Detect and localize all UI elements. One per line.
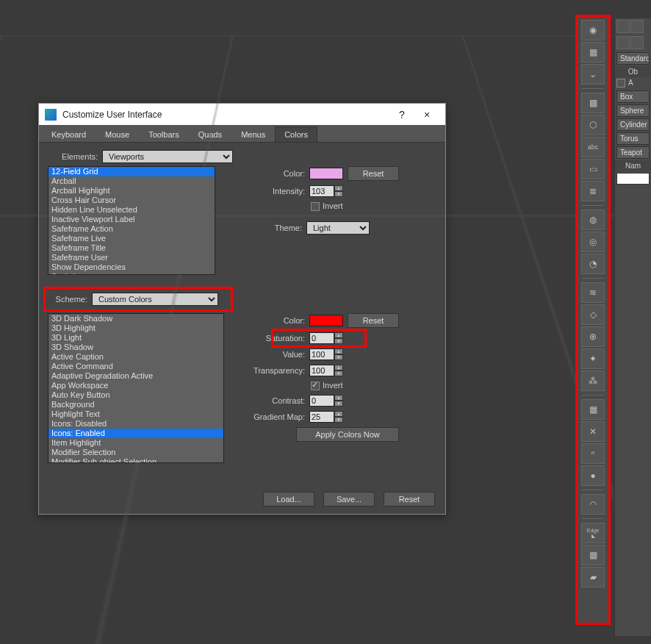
particles-icon[interactable]: ⁂ (581, 371, 605, 391)
primitive-box-button[interactable]: Box (616, 90, 650, 103)
theme-dropdown[interactable]: Light (306, 221, 370, 235)
list-item[interactable]: 3D Light (48, 333, 223, 343)
tab-quads[interactable]: Quads (189, 126, 231, 142)
tab-strip: KeyboardMouseToolbarsQuadsMenusColors (39, 125, 445, 143)
caption-icon[interactable]: ▭ (581, 159, 605, 179)
reset-color2-button[interactable]: Reset (348, 313, 399, 328)
list-item[interactable]: Icons: Disabled (48, 419, 223, 429)
save-button[interactable]: Save... (323, 492, 375, 507)
tab-toolbars[interactable]: Toolbars (139, 126, 189, 142)
list-item[interactable]: Arcball Highlight (48, 186, 215, 196)
standard-primitives-dropdown[interactable]: Standard Pr (616, 52, 650, 65)
list-item[interactable]: 3D Shadow (48, 343, 223, 352)
list-item[interactable]: Auto Key Button (48, 390, 223, 400)
light-pair-icon[interactable]: ◎ (581, 232, 605, 252)
primitive-cylinder-button[interactable]: Cylinder (616, 118, 650, 131)
list-item[interactable]: 3D Dark Shadow (48, 314, 223, 323)
list-item[interactable]: Statistics (48, 272, 215, 275)
wireframe-icon[interactable]: ⬡ (581, 115, 605, 135)
tab-mouse[interactable]: Mouse (96, 126, 139, 142)
primitive-torus-button[interactable]: Torus (616, 132, 650, 145)
list-item[interactable]: 12-Field Grid (48, 167, 215, 176)
customize-ui-dialog: Customize User Interface ? × KeyboardMou… (38, 103, 446, 515)
vertical-toolbar: ◉▦⌄▩⬡abc▭≣◍◎◔≋◇⊕✦⁂▦✕ⁿ●◠Edge◣▦▰ (575, 15, 611, 625)
list-item[interactable]: Modifier Selection (48, 448, 223, 457)
region-select-icon[interactable]: ▦ (581, 42, 605, 62)
scheme-dropdown[interactable]: Custom Colors (92, 293, 218, 306)
gradientmap-spinner[interactable]: ▲▼ (309, 411, 343, 423)
gradientmap-label: Gradient Map: (237, 412, 305, 421)
elements-dropdown[interactable]: Viewports (102, 150, 233, 163)
primitive-sphere-button[interactable]: Sphere (616, 104, 650, 117)
close-button[interactable]: × (414, 107, 439, 123)
list-item[interactable]: 3D Highlight (48, 323, 223, 333)
reset-button[interactable]: Reset (384, 492, 435, 507)
color-swatch[interactable] (309, 168, 343, 179)
ground-icon[interactable]: ▰ (581, 567, 605, 587)
sphere-icon[interactable]: ● (581, 465, 605, 486)
grid-icon[interactable]: ▦ (581, 545, 605, 565)
elements-listbox[interactable]: 12-Field GridArcballArcball HighlightCro… (48, 166, 215, 275)
light-rig-icon[interactable]: ◍ (581, 210, 605, 230)
dialog-titlebar: Customize User Interface ? × (39, 104, 445, 125)
edge-icon[interactable]: Edge◣ (581, 523, 605, 543)
list-item[interactable]: Cross Hair Cursor (48, 196, 215, 205)
scheme-listbox[interactable]: 3D Dark Shadow3D Highlight3D Light3D Sha… (48, 313, 224, 463)
color2-swatch[interactable] (309, 315, 343, 326)
saturation-spinner[interactable]: ▲▼ (309, 332, 343, 344)
list-item[interactable]: Background (48, 400, 223, 409)
list-item[interactable]: Safeframe Action (48, 224, 215, 234)
list-settings-icon[interactable]: ≣ (581, 181, 605, 201)
protractor-icon[interactable]: ◔ (581, 254, 605, 274)
texture-icon[interactable]: ▩ (581, 93, 605, 113)
list-item[interactable]: Adaptive Degradation Active (48, 371, 223, 381)
list-item[interactable]: Icons: Enabled (48, 429, 223, 438)
invert-checkbox[interactable] (311, 202, 320, 211)
value-label: Value: (237, 350, 305, 359)
primitive-teapot-button[interactable]: Teapot (616, 146, 650, 159)
list-item[interactable]: Show Dependencies (48, 262, 215, 272)
autogrid-checkbox[interactable] (616, 79, 625, 87)
list-item[interactable]: Safeframe Title (48, 243, 215, 253)
intensity-spinner[interactable]: ▲▼ (309, 185, 343, 197)
list-item[interactable]: Modifier Sub-object Selection (48, 457, 223, 463)
snap-vertex-icon[interactable]: ◇ (581, 304, 605, 325)
list-item[interactable]: Inactive Viewport Label (48, 215, 215, 224)
arc-icon[interactable]: ◠ (581, 494, 605, 515)
aperture-icon[interactable]: ◉ (581, 20, 605, 40)
list-item[interactable]: Active Command (48, 362, 223, 371)
apply-colors-button[interactable]: Apply Colors Now (296, 427, 399, 442)
chevrons-down-icon[interactable]: ⌄ (581, 64, 605, 85)
boolean-icon[interactable]: ⊕ (581, 326, 605, 347)
name-input[interactable] (616, 173, 650, 185)
panel-tab-icon[interactable] (630, 20, 644, 33)
array-icon[interactable]: ▦ (581, 399, 605, 420)
load-button[interactable]: Load... (263, 492, 314, 507)
value-spinner[interactable]: ▲▼ (309, 348, 343, 360)
xform-icon[interactable]: ✕ (581, 421, 605, 442)
help-button[interactable]: ? (389, 107, 414, 123)
invert2-checkbox[interactable] (311, 382, 320, 390)
tab-colors[interactable]: Colors (275, 126, 317, 142)
list-item[interactable]: Active Caption (48, 352, 223, 362)
list-item[interactable]: Safeframe User (48, 253, 215, 262)
list-item[interactable]: Safeframe Live (48, 234, 215, 243)
numeric-icon[interactable]: ⁿ (581, 443, 605, 464)
tab-keyboard[interactable]: Keyboard (42, 126, 96, 142)
transparency-spinner[interactable]: ▲▼ (309, 365, 343, 376)
list-item[interactable]: Arcball (48, 176, 215, 186)
color-label: Color: (237, 169, 305, 178)
list-item[interactable]: Hidden Line Unselected (48, 205, 215, 215)
tab-menus[interactable]: Menus (231, 126, 275, 142)
abc-text-icon[interactable]: abc (581, 137, 605, 157)
panel-tab-icon[interactable] (616, 20, 630, 33)
list-item[interactable]: App Workspace (48, 381, 223, 390)
scatter-icon[interactable]: ✦ (581, 348, 605, 369)
list-item[interactable]: Highlight Text (48, 409, 223, 419)
contrast-spinner[interactable]: ▲▼ (309, 395, 343, 407)
panel-tab-icon[interactable] (630, 36, 644, 49)
list-item[interactable]: Item Highlight (48, 438, 223, 448)
panel-tab-icon[interactable] (616, 36, 630, 49)
reset-color-button[interactable]: Reset (348, 166, 399, 181)
deform-icon[interactable]: ≋ (581, 282, 605, 303)
